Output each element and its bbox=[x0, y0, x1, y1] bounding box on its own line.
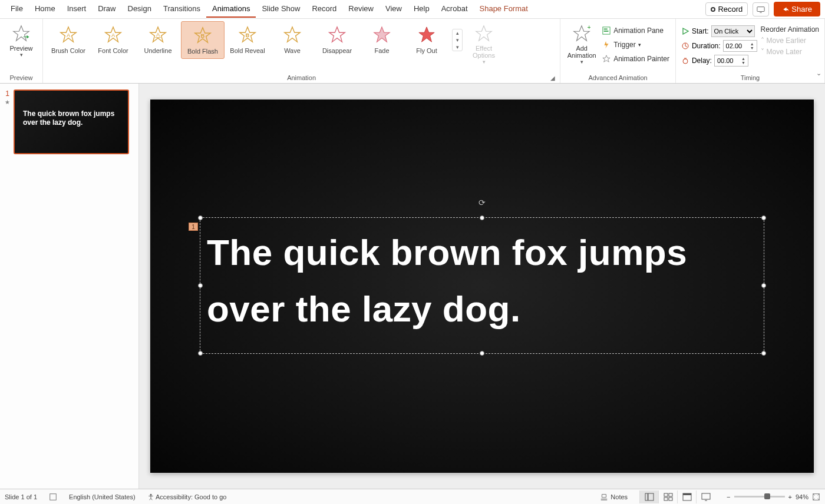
tab-insert[interactable]: Insert bbox=[61, 1, 93, 18]
zoom-value[interactable]: 94% bbox=[796, 493, 808, 500]
resize-handle-mr[interactable] bbox=[761, 283, 766, 288]
anim-fade[interactable]: Fade bbox=[360, 21, 404, 58]
collapse-ribbon-button[interactable]: ⌄ bbox=[816, 69, 821, 77]
view-reading-button[interactable] bbox=[677, 490, 696, 503]
svg-marker-18 bbox=[476, 26, 491, 41]
duration-row: Duration: 02.00▲▼ bbox=[679, 39, 759, 52]
tab-shape-format[interactable]: Shape Format bbox=[474, 1, 534, 18]
tab-animations[interactable]: Animations bbox=[206, 1, 256, 18]
trigger-button[interactable]: Trigger ▾ bbox=[599, 39, 672, 51]
slide-editor[interactable]: ⟳ 1 The quick brown fox jumps over the l… bbox=[139, 84, 825, 489]
status-spell-icon[interactable] bbox=[49, 493, 57, 501]
status-language[interactable]: English (United States) bbox=[69, 493, 136, 500]
thumb-animation-indicator-icon: ★ bbox=[5, 99, 10, 105]
duration-input[interactable]: 02.00▲▼ bbox=[723, 40, 757, 52]
preview-button[interactable]: Preview ▾ bbox=[4, 21, 39, 60]
add-animation-icon: + bbox=[572, 24, 592, 44]
dialog-launcher-animation[interactable]: ◢ bbox=[550, 75, 555, 81]
gallery-more-button[interactable]: ▴▾▾ bbox=[452, 29, 463, 51]
group-label-preview: Preview bbox=[4, 73, 39, 83]
tab-acrobat[interactable]: Acrobat bbox=[435, 1, 474, 18]
record-dot-icon bbox=[711, 7, 715, 12]
slide-canvas[interactable]: ⟳ 1 The quick brown fox jumps over the l… bbox=[150, 100, 814, 473]
svg-rect-23 bbox=[604, 31, 609, 32]
resize-handle-br[interactable] bbox=[761, 351, 766, 356]
status-accessibility[interactable]: Accessibility: Good to go bbox=[147, 493, 227, 500]
anim-font-color[interactable]: A Font Color bbox=[91, 21, 135, 58]
svg-rect-35 bbox=[669, 498, 672, 500]
view-normal-button[interactable] bbox=[639, 490, 658, 503]
svg-text:+: + bbox=[588, 25, 591, 31]
group-label-advanced: Advanced Animation bbox=[564, 73, 672, 83]
add-animation-button[interactable]: + Add Animation ▾ bbox=[564, 21, 599, 67]
svg-rect-32 bbox=[664, 493, 668, 496]
svg-rect-22 bbox=[604, 29, 608, 30]
animation-order-tag[interactable]: 1 bbox=[189, 223, 198, 231]
resize-handle-ml[interactable] bbox=[198, 283, 203, 288]
chevron-down-icon: ▾ bbox=[580, 59, 583, 65]
ribbon: Preview ▾ Preview A Brush Color A Font C… bbox=[0, 19, 825, 84]
tab-help[interactable]: Help bbox=[408, 1, 435, 18]
view-sorter-button[interactable] bbox=[658, 490, 677, 503]
resize-handle-tr[interactable] bbox=[761, 215, 766, 220]
tab-home[interactable]: Home bbox=[29, 1, 61, 18]
anim-underline[interactable]: A Underline bbox=[136, 21, 180, 58]
delay-input[interactable]: 00.00▲▼ bbox=[714, 55, 748, 67]
zoom-slider[interactable] bbox=[734, 496, 785, 498]
animation-painter-button[interactable]: Animation Painter bbox=[599, 53, 672, 65]
resize-handle-tl[interactable] bbox=[198, 215, 203, 220]
tab-transitions[interactable]: Transitions bbox=[157, 1, 206, 18]
anim-bold-reveal[interactable]: B Bold Reveal bbox=[226, 21, 269, 58]
tab-file[interactable]: File bbox=[5, 1, 29, 18]
status-slide-number: Slide 1 of 1 bbox=[5, 493, 37, 500]
move-later-button[interactable]: ˅Move Later bbox=[759, 47, 821, 57]
zoom-in-button[interactable]: + bbox=[788, 493, 792, 500]
svg-rect-28 bbox=[50, 493, 57, 500]
resize-handle-tm[interactable] bbox=[480, 215, 484, 220]
tab-design[interactable]: Design bbox=[122, 1, 157, 18]
rotate-handle[interactable]: ⟳ bbox=[478, 198, 486, 205]
tab-slideshow[interactable]: Slide Show bbox=[256, 1, 306, 18]
share-button[interactable]: Share bbox=[774, 2, 820, 16]
resize-handle-bl[interactable] bbox=[198, 351, 203, 356]
svg-marker-17 bbox=[419, 27, 434, 42]
tab-view[interactable]: View bbox=[380, 1, 408, 18]
svg-point-27 bbox=[683, 59, 688, 64]
slide-thumbnails-panel: 1 ★ The quick brown fox jumps over the l… bbox=[0, 84, 139, 489]
start-select[interactable]: On Click bbox=[711, 25, 755, 37]
effect-options-button[interactable]: Effect Options ▾ bbox=[466, 21, 501, 67]
svg-marker-15 bbox=[329, 27, 345, 42]
present-in-teams-button[interactable] bbox=[753, 2, 769, 16]
preview-star-icon bbox=[11, 24, 31, 44]
slide-thumbnail-1[interactable]: The quick brown fox jumps over the lazy … bbox=[14, 89, 129, 154]
tab-review[interactable]: Review bbox=[342, 1, 380, 18]
record-button[interactable]: Record bbox=[705, 2, 748, 16]
view-slideshow-button[interactable] bbox=[696, 490, 715, 503]
svg-marker-24 bbox=[603, 55, 610, 62]
record-label: Record bbox=[718, 5, 742, 14]
tab-record[interactable]: Record bbox=[306, 1, 342, 18]
tab-draw[interactable]: Draw bbox=[92, 1, 121, 18]
svg-marker-25 bbox=[683, 28, 688, 34]
anim-brush-color[interactable]: A Brush Color bbox=[47, 21, 90, 58]
move-earlier-button[interactable]: ˄Move Earlier bbox=[759, 36, 821, 45]
anim-bold-flash[interactable]: B Bold Flash bbox=[181, 21, 225, 59]
svg-marker-16 bbox=[374, 27, 390, 42]
svg-rect-33 bbox=[669, 493, 672, 496]
svg-text:A: A bbox=[111, 32, 116, 38]
zoom-out-button[interactable]: − bbox=[727, 493, 730, 500]
anim-wave[interactable]: Wave bbox=[270, 21, 314, 58]
animation-pane-button[interactable]: Animation Pane bbox=[599, 25, 672, 37]
group-label-animation: Animation ◢ bbox=[47, 73, 556, 83]
chevron-down-icon: ▾ bbox=[20, 52, 23, 58]
status-bar: Slide 1 of 1 English (United States) Acc… bbox=[0, 489, 825, 504]
resize-handle-bm[interactable] bbox=[480, 351, 484, 356]
share-icon bbox=[782, 6, 789, 13]
slide-title-text[interactable]: The quick brown fox jumps over the lazy … bbox=[207, 224, 755, 337]
fit-to-window-button[interactable] bbox=[812, 493, 820, 501]
effect-options-icon bbox=[474, 24, 494, 44]
notes-button[interactable]: Notes bbox=[600, 493, 628, 501]
anim-fly-out[interactable]: Fly Out bbox=[405, 21, 448, 58]
svg-rect-0 bbox=[757, 6, 764, 11]
anim-disappear[interactable]: Disappear bbox=[315, 21, 359, 58]
